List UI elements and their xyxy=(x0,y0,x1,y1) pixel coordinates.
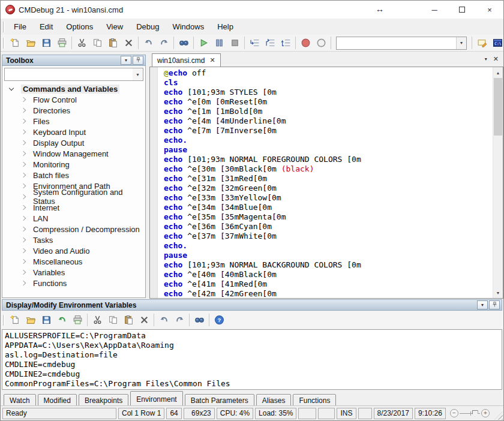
code-line[interactable]: echo ^e[0m [0mReset[0m xyxy=(164,97,493,107)
tree-item-miscellaneous[interactable]: Miscellaneous xyxy=(2,256,145,267)
resize-grip[interactable] xyxy=(494,411,503,420)
menu-view[interactable]: View xyxy=(100,20,130,34)
zoom-out-icon[interactable]: − xyxy=(450,409,458,417)
undo-button[interactable] xyxy=(140,36,156,50)
tree-item-display-output[interactable]: Display Output xyxy=(2,137,145,148)
stop-button[interactable] xyxy=(227,36,242,50)
scrollbar-thumb[interactable] xyxy=(494,78,502,136)
delete-button[interactable] xyxy=(121,36,136,50)
env-variable-line[interactable]: asl.log=Destination=file xyxy=(5,350,502,360)
env-variable-line[interactable]: APPDATA=C:\Users\Rex\AppData\Roaming xyxy=(5,341,502,350)
step-into-button[interactable] xyxy=(247,36,262,50)
tab-modified[interactable]: Modified xyxy=(38,394,77,407)
paste-button[interactable] xyxy=(121,313,136,327)
chevron-right-icon[interactable] xyxy=(19,281,28,285)
tab-functions[interactable]: Functions xyxy=(293,394,336,407)
code-line[interactable]: echo [101;93m NORMAL FOREGROUND COLORS [… xyxy=(164,155,493,164)
code-line[interactable]: echo. xyxy=(164,241,493,251)
help-button[interactable]: ? xyxy=(211,313,227,327)
code-line[interactable]: echo ^e[34m [34mBlue[0m xyxy=(164,203,493,212)
paste-button[interactable] xyxy=(105,36,121,50)
scroll-up-icon[interactable]: ▲ xyxy=(493,68,503,77)
chevron-right-icon[interactable] xyxy=(19,270,28,274)
tab-close-icon[interactable]: ✕ xyxy=(209,56,215,64)
env-toolbar-grip[interactable] xyxy=(3,315,5,326)
pause-button[interactable] xyxy=(211,36,227,50)
tab-aliases[interactable]: Aliases xyxy=(256,394,292,407)
delete-button[interactable] xyxy=(136,313,152,327)
tree-item-directories[interactable]: Directories xyxy=(2,105,145,116)
save-button[interactable] xyxy=(38,313,54,327)
code-line[interactable]: echo ^e[35m [35mMagenta[0m xyxy=(164,212,493,222)
tree-item-system-configuration-and-status[interactable]: System Configuration and Status xyxy=(2,191,145,202)
code-line[interactable]: echo. xyxy=(164,136,493,145)
menu-help[interactable]: Help xyxy=(211,20,240,34)
find-button[interactable] xyxy=(191,313,207,327)
toolbox-filter-combobox[interactable]: ▾ xyxy=(4,68,143,81)
tabbar-close-icon[interactable]: ✕ xyxy=(493,55,499,63)
tree-item-keyboard-input[interactable]: Keyboard Input xyxy=(2,127,145,137)
menu-windows[interactable]: Windows xyxy=(166,20,211,34)
copy-button[interactable] xyxy=(89,36,105,50)
open-folder-button[interactable] xyxy=(23,36,38,50)
code-line[interactable]: echo ^e[1m [1mBold[0m xyxy=(164,107,493,116)
scroll-down-icon[interactable]: ▼ xyxy=(493,288,503,297)
code-line[interactable]: echo ^e[41m [41mRed[0m xyxy=(164,279,493,289)
tab-list-dropdown-icon[interactable]: ▾ xyxy=(485,56,487,62)
tree-item-monitoring[interactable]: Monitoring xyxy=(2,159,145,170)
step-over-button[interactable] xyxy=(262,36,278,50)
tree-item-flow-control[interactable]: Flow Control xyxy=(2,94,145,105)
env-variable-line[interactable]: CMDLINE2=cmdebug xyxy=(5,369,502,379)
chevron-down-icon[interactable] xyxy=(7,88,16,90)
redo-button[interactable] xyxy=(172,313,187,327)
code-line[interactable]: echo ^e[30m [30mBlack[0m (black) xyxy=(164,164,493,174)
chevron-right-icon[interactable] xyxy=(19,260,28,263)
minimize-button[interactable]: ─ xyxy=(421,1,448,19)
save-button[interactable] xyxy=(38,36,54,50)
tree-item-batch-files[interactable]: Batch files xyxy=(2,170,145,181)
code-line[interactable]: pause xyxy=(164,145,493,155)
tree-item-window-management[interactable]: Window Management xyxy=(2,148,145,159)
toolbox-filter-input[interactable] xyxy=(5,68,133,80)
title-bar[interactable]: CMDebug 21 - win10ansi.cmd ↔ ─ × xyxy=(1,1,503,19)
open-folder-button[interactable] xyxy=(23,313,38,327)
zoom-in-icon[interactable]: + xyxy=(481,409,490,417)
code-line[interactable]: echo ^e[4m [4mUnderline[0m xyxy=(164,116,493,126)
code-line[interactable]: echo ^e[33m [33mYellow[0m xyxy=(164,193,493,203)
env-pin-button[interactable] xyxy=(489,300,500,309)
code-line[interactable]: echo ^e[37m [37mWhite[0m xyxy=(164,231,493,241)
revert-button[interactable] xyxy=(54,313,70,327)
code-line[interactable]: echo ^e[36m [36mCyan[0m xyxy=(164,222,493,231)
tab-batch-parameters[interactable]: Batch Parameters xyxy=(185,394,254,407)
editor-code[interactable]: @echo offclsecho [101;93m STYLES [0mecho… xyxy=(158,67,493,298)
tab-breakpoints[interactable]: Breakpoints xyxy=(79,394,128,407)
chevron-right-icon[interactable] xyxy=(19,238,28,242)
tree-item-tasks[interactable]: Tasks xyxy=(2,234,145,245)
env-variable-line[interactable]: ALLUSERSPROFILE=C:\ProgramData xyxy=(5,331,502,341)
menubar-grip[interactable] xyxy=(3,22,5,32)
console-button[interactable]: C:\ xyxy=(490,36,504,50)
chevron-right-icon[interactable] xyxy=(19,130,28,134)
tree-item-video-and-audio[interactable]: Video and Audio xyxy=(2,245,145,256)
chevron-right-icon[interactable] xyxy=(19,163,28,166)
toolbox-pin-button[interactable] xyxy=(133,56,143,65)
env-variable-line[interactable]: CMDLINE=cmdebug xyxy=(5,360,502,369)
code-line[interactable]: echo [101;93m STYLES [0m xyxy=(164,88,493,97)
menu-file[interactable]: File xyxy=(7,20,33,34)
chevron-right-icon[interactable] xyxy=(19,195,28,199)
chevron-right-icon[interactable] xyxy=(19,152,28,155)
cut-button[interactable] xyxy=(89,313,105,327)
tab-environment[interactable]: Environment xyxy=(130,391,182,407)
menu-edit[interactable]: Edit xyxy=(33,20,59,34)
cut-button[interactable] xyxy=(74,36,89,50)
step-out-button[interactable] xyxy=(278,36,293,50)
chevron-right-icon[interactable] xyxy=(19,98,28,101)
code-line[interactable]: @echo off xyxy=(164,68,493,78)
chevron-right-icon[interactable] xyxy=(19,184,28,188)
chevron-right-icon[interactable] xyxy=(19,141,28,145)
toolbar-grip[interactable] xyxy=(3,38,5,49)
breakpoint-button[interactable] xyxy=(298,36,313,50)
chevron-right-icon[interactable] xyxy=(19,227,28,231)
maximize-button[interactable] xyxy=(448,1,476,19)
chevron-right-icon[interactable] xyxy=(19,173,28,177)
